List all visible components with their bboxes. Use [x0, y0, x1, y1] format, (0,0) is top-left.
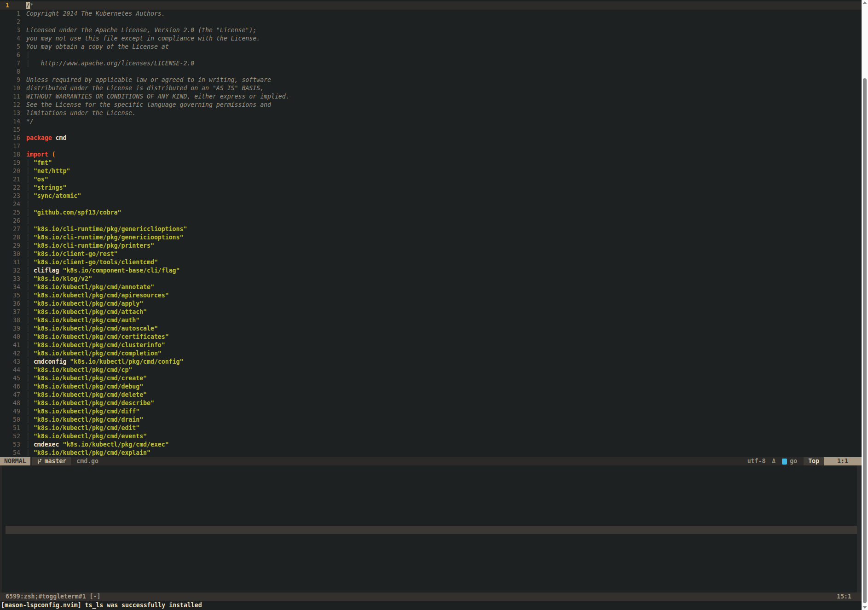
code-line[interactable]: 38│ "k8s.io/kubectl/pkg/cmd/auth"	[0, 316, 862, 325]
code-line[interactable]: 52│ "k8s.io/kubectl/pkg/cmd/events"	[0, 432, 862, 441]
scrollbar-up-arrow-icon[interactable]	[862, 1, 867, 4]
code-line[interactable]: 31│ "k8s.io/client-go/tools/clientcmd"	[0, 258, 862, 267]
code-line[interactable]: 12See the License for the specific langu…	[0, 101, 862, 109]
text	[30, 242, 34, 249]
fileformat-icon: Δ	[772, 457, 775, 465]
code-text: │ http://www.apache.org/licenses/LICENSE…	[26, 60, 194, 67]
code-line[interactable]: 51│ "k8s.io/kubectl/pkg/cmd/edit"	[0, 424, 862, 432]
code-line[interactable]: 13limitations under the License.	[0, 109, 862, 117]
code-line[interactable]: 35│ "k8s.io/kubectl/pkg/cmd/apiresources…	[0, 291, 862, 300]
text	[30, 168, 34, 174]
text	[48, 151, 52, 158]
text	[30, 259, 34, 266]
line-number: 19	[6, 159, 20, 167]
code-line[interactable]: 30│ "k8s.io/client-go/rest"	[0, 250, 862, 258]
code-line[interactable]: 3Licensed under the Apache License, Vers…	[0, 26, 862, 35]
code-line[interactable]: 4you may not use this file except in com…	[0, 35, 862, 43]
code-line[interactable]: 15	[0, 126, 862, 134]
code-line[interactable]: 34│ "k8s.io/kubectl/pkg/cmd/annotate"	[0, 283, 862, 291]
code-line[interactable]: 48│ "k8s.io/kubectl/pkg/cmd/describe"	[0, 399, 862, 407]
text	[30, 342, 34, 349]
comment: You may obtain a copy of the License at	[26, 43, 169, 50]
code-text: │ cmdexec "k8s.io/kubectl/pkg/cmd/exec"	[26, 441, 169, 448]
code-line[interactable]: 9Unless required by applicable law or ag…	[0, 76, 862, 84]
code-line[interactable]: 37│ "k8s.io/kubectl/pkg/cmd/attach"	[0, 308, 862, 316]
editor-buffer[interactable]: 1/*1Copyright 2014 The Kubernetes Author…	[0, 0, 862, 457]
keyword: package	[26, 134, 52, 141]
code-line[interactable]: 19│ "fmt"	[0, 159, 862, 167]
code-line[interactable]: 25│ "github.com/spf13/cobra"	[0, 209, 862, 217]
code-line[interactable]: 6│	[0, 51, 862, 59]
terminal-title: 6599:zsh;#toggleterm#1 [-]	[6, 593, 100, 601]
code-line[interactable]: 46│ "k8s.io/kubectl/pkg/cmd/debug"	[0, 383, 862, 391]
indent-guide-icon: │	[26, 408, 30, 415]
string: "k8s.io/client-go/tools/clientcmd"	[34, 259, 158, 266]
code-line[interactable]: 28│ "k8s.io/cli-runtime/pkg/genericioopt…	[0, 233, 862, 242]
code-line[interactable]: 33│ "k8s.io/klog/v2"	[0, 275, 862, 283]
code-line[interactable]: 43│ cmdconfig "k8s.io/kubectl/pkg/cmd/co…	[0, 358, 862, 366]
code-line[interactable]: 47│ "k8s.io/kubectl/pkg/cmd/delete"	[0, 391, 862, 399]
text	[30, 292, 34, 299]
code-line[interactable]: 27│ "k8s.io/cli-runtime/pkg/genericcliop…	[0, 225, 862, 233]
comment: distributed under the License is distrib…	[26, 85, 264, 92]
toggleterm-window[interactable]	[0, 465, 862, 593]
scrollbar-thumb[interactable]	[863, 78, 867, 603]
comment: See the License for the specific languag…	[26, 101, 271, 108]
code-text: │ "sync/atomic"	[26, 192, 81, 199]
string: "k8s.io/kubectl/pkg/cmd/diff"	[34, 408, 139, 415]
code-line[interactable]: 50│ "k8s.io/kubectl/pkg/cmd/drain"	[0, 416, 862, 424]
code-line[interactable]: 7│ http://www.apache.org/licenses/LICENS…	[0, 59, 862, 68]
indent-guide-icon: │	[26, 184, 30, 191]
code-line[interactable]: 16package cmd	[0, 134, 862, 142]
code-text: │ "k8s.io/kubectl/pkg/cmd/apiresources"	[26, 292, 169, 299]
string: "k8s.io/component-base/cli/flag"	[63, 267, 179, 274]
code-line[interactable]: 36│ "k8s.io/kubectl/pkg/cmd/apply"	[0, 300, 862, 308]
code-line[interactable]: 54│ "k8s.io/kubectl/pkg/cmd/explain"	[0, 449, 862, 457]
code-text: distributed under the License is distrib…	[26, 85, 264, 92]
indent-guide-icon: │	[26, 176, 30, 183]
go-filetype-icon	[782, 459, 787, 465]
code-line[interactable]: 39│ "k8s.io/kubectl/pkg/cmd/autoscale"	[0, 325, 862, 333]
code-line[interactable]: 44│ "k8s.io/kubectl/pkg/cmd/cp"	[0, 366, 862, 374]
text	[30, 308, 34, 315]
code-text: │ "k8s.io/client-go/tools/clientcmd"	[26, 259, 158, 266]
text	[30, 250, 34, 257]
code-line[interactable]: 29│ "k8s.io/cli-runtime/pkg/printers"	[0, 242, 862, 250]
line-number: 48	[6, 399, 20, 407]
code-line[interactable]: 18import (	[0, 151, 862, 159]
indent-guide-icon: │	[26, 308, 30, 315]
code-line[interactable]: 26│	[0, 217, 862, 225]
gui-scrollbar[interactable]	[862, 0, 868, 610]
code-text: │ cliflag "k8s.io/component-base/cli/fla…	[26, 267, 180, 274]
code-line[interactable]: 14*/	[0, 117, 862, 126]
text	[30, 400, 34, 407]
code-line[interactable]: 2	[0, 18, 862, 26]
code-line[interactable]: 24│	[0, 200, 862, 209]
code-line[interactable]: 1Copyright 2014 The Kubernetes Authors.	[0, 10, 862, 18]
code-line[interactable]: 10distributed under the License is distr…	[0, 84, 862, 93]
indent-guide-icon: │	[26, 433, 30, 440]
scrollbar-down-arrow-icon[interactable]	[862, 606, 867, 609]
indent-guide-icon: │	[26, 201, 30, 208]
code-text: │ "strings"	[26, 184, 66, 191]
line-number: 20	[6, 167, 20, 175]
filetype-label: go	[790, 457, 797, 465]
line-number: 45	[6, 374, 20, 383]
code-line[interactable]: 40│ "k8s.io/kubectl/pkg/cmd/certificates…	[0, 333, 862, 341]
code-line[interactable]: 21│ "os"	[0, 175, 862, 184]
code-line[interactable]: 49│ "k8s.io/kubectl/pkg/cmd/diff"	[0, 407, 862, 416]
code-line[interactable]: 17	[0, 142, 862, 151]
code-line[interactable]: 45│ "k8s.io/kubectl/pkg/cmd/create"	[0, 374, 862, 383]
code-line[interactable]: 53│ cmdexec "k8s.io/kubectl/pkg/cmd/exec…	[0, 441, 862, 449]
code-line[interactable]: 8	[0, 68, 862, 76]
code-line[interactable]: 5You may obtain a copy of the License at	[0, 43, 862, 51]
code-line[interactable]: 20│ "net/http"	[0, 167, 862, 175]
code-line[interactable]: 1/*	[0, 1, 862, 10]
code-line[interactable]: 11WITHOUT WARRANTIES OR CONDITIONS OF AN…	[0, 93, 862, 101]
code-line[interactable]: 42│ "k8s.io/kubectl/pkg/cmd/completion"	[0, 349, 862, 358]
code-line[interactable]: 32│ cliflag "k8s.io/component-base/cli/f…	[0, 267, 862, 275]
code-line[interactable]: 41│ "k8s.io/kubectl/pkg/cmd/clusterinfo"	[0, 341, 862, 349]
code-line[interactable]: 23│ "sync/atomic"	[0, 192, 862, 200]
indent-guide-icon: │	[26, 366, 30, 373]
code-line[interactable]: 22│ "strings"	[0, 184, 862, 192]
